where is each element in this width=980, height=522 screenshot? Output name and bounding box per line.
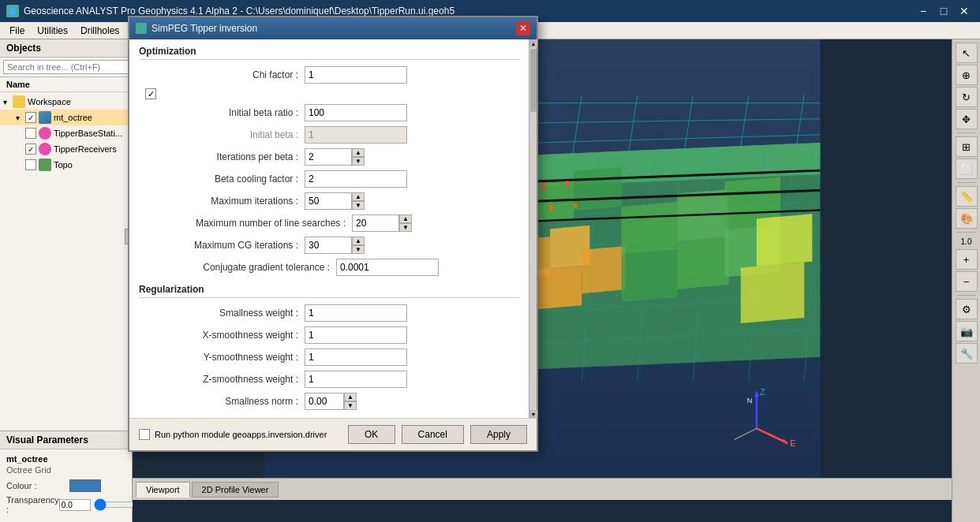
checkbox-mt-octree[interactable]: ✓ bbox=[25, 112, 36, 123]
regularization-section-header: Regularization bbox=[139, 284, 519, 298]
max-iterations-down[interactable]: ▼ bbox=[352, 201, 365, 210]
max-cg-iterations-input[interactable] bbox=[305, 237, 352, 254]
menu-drillholes[interactable]: Drillholes bbox=[74, 24, 125, 38]
rt-settings-btn[interactable]: ⚙ bbox=[956, 299, 978, 319]
dialog-title-bar: SimPEG Tipper inversion ✕ bbox=[129, 17, 537, 39]
ok-button[interactable]: OK bbox=[348, 425, 395, 444]
iterations-per-beta-down[interactable]: ▼ bbox=[352, 157, 365, 166]
y-smoothness-input[interactable] bbox=[305, 349, 407, 366]
simpeg-dialog: SimPEG Tipper inversion ✕ Optimization C… bbox=[128, 16, 538, 452]
scroll-up-arrow[interactable]: ▲ bbox=[529, 39, 537, 47]
rt-fit-btn[interactable]: ⊞ bbox=[956, 136, 978, 157]
rt-scale-minus[interactable]: − bbox=[956, 271, 978, 292]
scroll-down-arrow[interactable]: ▼ bbox=[529, 410, 537, 418]
initial-beta-label: Initial beta : bbox=[139, 129, 305, 140]
checkbox-tipper-receivers[interactable]: ✓ bbox=[25, 144, 36, 155]
max-iterations-input[interactable] bbox=[305, 192, 352, 210]
transparency-input[interactable] bbox=[59, 499, 91, 511]
tree-item-tipper-receivers[interactable]: ✓ TipperReceivers bbox=[0, 141, 132, 157]
cancel-button[interactable]: Cancel bbox=[402, 425, 464, 444]
checkbox-topo[interactable] bbox=[25, 159, 36, 170]
rt-scale-plus[interactable]: + bbox=[956, 249, 978, 270]
svg-rect-43 bbox=[582, 246, 625, 293]
tree-item-topo[interactable]: Topo bbox=[0, 157, 132, 173]
apply-button[interactable]: Apply bbox=[470, 425, 527, 444]
beta-cooling-row: Beta cooling factor : bbox=[139, 170, 519, 188]
smallness-norm-up[interactable]: ▲ bbox=[344, 393, 357, 401]
chi-factor-input[interactable] bbox=[305, 66, 407, 84]
initial-beta-row: Initial beta : bbox=[139, 126, 519, 144]
tree-item-workspace[interactable]: ▾ Workspace bbox=[0, 94, 132, 110]
y-smoothness-row: Y-smoothness weight : bbox=[139, 349, 519, 366]
max-line-searches-row: Maximum number of line searches : ▲ ▼ bbox=[139, 214, 519, 232]
dialog-body[interactable]: Optimization Chi factor : Initial beta r… bbox=[129, 39, 537, 418]
beta-checkbox-row bbox=[139, 88, 519, 99]
dialog-close-button[interactable]: ✕ bbox=[516, 21, 530, 35]
max-line-searches-up[interactable]: ▲ bbox=[399, 214, 412, 223]
search-input[interactable] bbox=[3, 60, 129, 74]
x-smoothness-row: X-smoothness weight : bbox=[139, 326, 519, 344]
svg-rect-47 bbox=[622, 249, 677, 302]
max-iterations-row: Maximum iterations : ▲ ▼ bbox=[139, 192, 519, 210]
initial-beta-checkbox[interactable] bbox=[145, 88, 156, 99]
workspace-label: Workspace bbox=[28, 97, 71, 106]
viewport-tabs: Viewport 2D Profile Viewer bbox=[133, 478, 952, 500]
rt-tools-btn[interactable]: 🔧 bbox=[956, 343, 978, 364]
z-smoothness-label: Z-smoothness weight : bbox=[139, 374, 305, 385]
rt-rotate-btn[interactable]: ↻ bbox=[956, 87, 978, 107]
dialog-scroll-area: Optimization Chi factor : Initial beta r… bbox=[129, 39, 529, 418]
iterations-per-beta-up[interactable]: ▲ bbox=[352, 148, 365, 157]
iterations-per-beta-input[interactable] bbox=[305, 148, 352, 166]
x-smoothness-input[interactable] bbox=[305, 326, 407, 344]
colour-swatch[interactable] bbox=[69, 479, 101, 492]
rt-top-btn[interactable]: ⬜ bbox=[956, 158, 978, 179]
dialog-scrollbar[interactable]: ▲ ▼ bbox=[529, 39, 537, 418]
checkbox-tipper-base[interactable] bbox=[25, 128, 36, 139]
rt-pan-btn[interactable]: ✥ bbox=[956, 109, 978, 129]
initial-beta-ratio-label: Initial beta ratio : bbox=[139, 107, 305, 118]
vp-colour-label: Colour : bbox=[6, 481, 69, 490]
tab-2d-profile[interactable]: 2D Profile Viewer bbox=[192, 482, 279, 498]
iterations-per-beta-spin: ▲ ▼ bbox=[305, 148, 365, 166]
tree-item-tipper-base[interactable]: TipperBaseStati... bbox=[0, 125, 132, 141]
menu-file[interactable]: File bbox=[3, 24, 31, 38]
optimization-section-header: Optimization bbox=[139, 46, 519, 60]
initial-beta-input bbox=[305, 126, 407, 144]
run-python-label: Run python module geoapps.inversion.driv… bbox=[155, 430, 327, 439]
maximize-button[interactable]: □ bbox=[934, 3, 953, 19]
rt-colorbar-btn[interactable]: 🎨 bbox=[956, 208, 978, 229]
beta-cooling-input[interactable] bbox=[305, 170, 407, 188]
vp-object-name: mt_octree bbox=[6, 454, 125, 464]
tree-arrow-workspace: ▾ bbox=[3, 98, 13, 106]
chi-factor-row: Chi factor : bbox=[139, 66, 519, 84]
rt-measure-btn[interactable]: 📏 bbox=[956, 186, 978, 207]
max-line-searches-input[interactable] bbox=[352, 214, 399, 232]
close-button[interactable]: ✕ bbox=[955, 3, 974, 19]
max-line-searches-down[interactable]: ▼ bbox=[399, 223, 412, 232]
max-iterations-up[interactable]: ▲ bbox=[352, 192, 365, 201]
run-python-checkbox[interactable] bbox=[139, 429, 150, 440]
cg-tolerance-input[interactable] bbox=[336, 259, 439, 276]
rt-scale-value: 1.0 bbox=[961, 237, 972, 246]
minimize-button[interactable]: − bbox=[914, 3, 933, 19]
smallness-norm-down[interactable]: ▼ bbox=[344, 401, 357, 410]
menu-utilities[interactable]: Utilities bbox=[31, 24, 74, 38]
tab-viewport[interactable]: Viewport bbox=[136, 482, 190, 498]
max-cg-up[interactable]: ▲ bbox=[352, 237, 365, 245]
scroll-thumb[interactable] bbox=[530, 49, 537, 112]
rt-sep-1 bbox=[957, 132, 976, 133]
rt-camera-btn[interactable]: 📷 bbox=[956, 321, 978, 341]
smallness-weight-input[interactable] bbox=[305, 304, 407, 322]
initial-beta-ratio-input[interactable] bbox=[305, 104, 407, 121]
rt-select-btn[interactable]: ↖ bbox=[956, 43, 978, 63]
max-cg-down[interactable]: ▼ bbox=[352, 245, 365, 254]
iterations-per-beta-spin-buttons: ▲ ▼ bbox=[352, 148, 365, 166]
max-line-searches-label: Maximum number of line searches : bbox=[139, 218, 352, 229]
tree-item-mt-octree[interactable]: ▾ ✓ mt_octree bbox=[0, 110, 132, 125]
rt-zoom-btn[interactable]: ⊕ bbox=[956, 65, 978, 85]
folder-icon bbox=[13, 95, 25, 108]
smallness-norm-input[interactable] bbox=[305, 393, 344, 410]
objects-header: Objects bbox=[0, 39, 132, 58]
z-smoothness-input[interactable] bbox=[305, 371, 407, 388]
app-icon bbox=[6, 5, 19, 17]
